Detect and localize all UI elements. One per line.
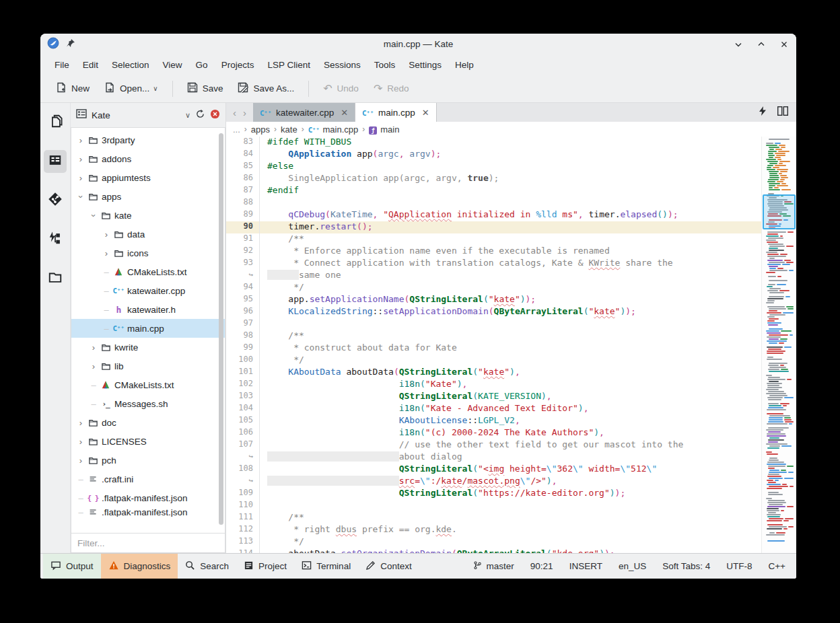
tree-item-katewaiter.h[interactable]: –hkatewaiter.h (71, 300, 225, 319)
status-terminal-button[interactable]: Terminal (294, 554, 358, 579)
breadcrumb-item-main[interactable]: ƒmain (369, 124, 399, 135)
code-line-91[interactable]: 91 /** (226, 233, 761, 246)
status-en-us[interactable]: en_US (610, 561, 654, 571)
chevron-down-icon[interactable]: ∨ (185, 111, 190, 120)
tree-item-cmakelists.txt[interactable]: –CMakeLists.txt (71, 262, 225, 281)
menu-go[interactable]: Go (190, 57, 214, 73)
expander-collapsed-icon[interactable]: › (75, 418, 86, 428)
expander-collapsed-icon[interactable]: › (101, 248, 112, 258)
status-master[interactable]: master (465, 560, 522, 573)
menu-sessions[interactable]: Sessions (318, 57, 367, 73)
project-selector[interactable]: Kate (92, 110, 110, 120)
tree-item-apps[interactable]: ›apps (71, 187, 225, 206)
code-line-113[interactable]: 113 */ (226, 536, 761, 548)
code-line-106[interactable]: 106 i18n("(c) 2000-2024 The Kate Authors… (226, 427, 761, 439)
code-line-95[interactable]: 95 app.setApplicationName(QStringLiteral… (226, 294, 761, 306)
breadcrumb-item-kate[interactable]: kate (281, 124, 298, 135)
menu-lsp-client[interactable]: LSP Client (261, 57, 316, 73)
expander-collapsed-icon[interactable]: › (75, 154, 86, 164)
status-utf-8[interactable]: UTF-8 (718, 561, 760, 571)
code-line-93[interactable]: 93 * Connect application with translatio… (226, 258, 761, 270)
tab-back-icon[interactable]: ‹ (233, 107, 236, 118)
expander-collapsed-icon[interactable]: › (88, 361, 99, 371)
breadcrumb-item-apps[interactable]: apps (251, 124, 270, 135)
menu-selection[interactable]: Selection (106, 57, 155, 73)
sidebar-tool-git[interactable] (44, 189, 67, 212)
code-line-105[interactable]: 105 KAboutLicense::LGPL_V2, (226, 415, 761, 427)
tree-item-.craft.ini[interactable]: –.craft.ini (71, 470, 225, 488)
sidebar-tool-documents[interactable] (44, 111, 67, 134)
redo-button[interactable]: ↷Redo (368, 79, 415, 98)
minimap-scrollbar[interactable] (761, 137, 796, 553)
code-line-102[interactable]: 102 i18n("Kate"), (226, 379, 761, 391)
status-90-21[interactable]: 90:21 (522, 561, 561, 571)
expander-collapsed-icon[interactable]: › (75, 135, 86, 145)
code-line-90[interactable]: 90 timer.restart(); (226, 221, 761, 233)
tree-item-main.cpp[interactable]: –C⁺⁺main.cpp (71, 319, 225, 338)
save-button[interactable]: Save (181, 78, 230, 99)
code-line-104[interactable]: 104 i18n("Kate - Advanced Text Editor"), (226, 403, 761, 415)
menu-file[interactable]: File (48, 57, 75, 73)
new-button[interactable]: New (50, 78, 96, 99)
tree-item-pch[interactable]: ›pch (71, 451, 225, 470)
code-line-101[interactable]: 101 KAboutData aboutData(QStringLiteral(… (226, 367, 761, 379)
minimap-viewport[interactable] (763, 194, 796, 229)
code-line-109[interactable]: 109 QStringLiteral("https://kate-editor.… (226, 488, 761, 500)
close-button[interactable] (779, 39, 790, 50)
code-line-87[interactable]: 87#endif (226, 185, 761, 197)
code-line-107[interactable]: 107 // use the other text field to get o… (226, 439, 761, 451)
status-c-[interactable]: C++ (760, 561, 794, 571)
status-insert[interactable]: INSERT (561, 561, 610, 571)
code-line-110[interactable]: 110 (226, 500, 761, 512)
expander-collapsed-icon[interactable]: › (75, 437, 86, 447)
tree-item-doc[interactable]: ›doc (71, 413, 225, 432)
tree-item-.flatpak-manifest.json[interactable]: –{ }.flatpak-manifest.json (71, 488, 225, 507)
code-line-wrap[interactable]: ↪ src=\":/kate/mascot.png\"/>"), (226, 476, 761, 488)
code-line-111[interactable]: 111 /** (226, 512, 761, 524)
sidebar-tool-lsp-symbols[interactable] (44, 228, 67, 251)
expander-collapsed-icon[interactable]: › (101, 229, 112, 240)
tab-close-icon[interactable]: ✕ (422, 108, 429, 118)
save-as-button[interactable]: Save As... (232, 78, 300, 99)
tab-forward-icon[interactable]: › (243, 107, 246, 118)
bolt-icon[interactable] (759, 106, 767, 118)
tree-item-addons[interactable]: ›addons (71, 149, 225, 168)
code-line-wrap[interactable]: ↪ about dialog (226, 451, 761, 464)
tree-item-lib[interactable]: ›lib (71, 357, 225, 375)
status-context-button[interactable]: Context (358, 554, 419, 579)
pin-icon[interactable] (66, 38, 75, 50)
tree-item-icons[interactable]: ›icons (71, 244, 225, 262)
code-line-103[interactable]: 103 QStringLiteral(KATE_VERSION), (226, 391, 761, 403)
menu-view[interactable]: View (157, 57, 188, 73)
code-line-108[interactable]: 108 QStringLiteral("<img height=\"362\" … (226, 464, 761, 476)
status-diagnostics-button[interactable]: Diagnostics (101, 554, 178, 579)
sidebar-tool-project[interactable] (44, 150, 67, 173)
code-line-98[interactable]: 98 /** (226, 330, 761, 342)
status-soft-tabs-4[interactable]: Soft Tabs: 4 (654, 561, 718, 571)
expander-expanded-icon[interactable]: › (76, 191, 86, 202)
chevron-down-icon[interactable]: ∨ (153, 85, 158, 92)
menu-projects[interactable]: Projects (215, 57, 260, 73)
code-line-94[interactable]: 94 */ (226, 282, 761, 294)
tree-item-messages.sh[interactable]: –›_Messages.sh (71, 394, 225, 413)
refresh-icon[interactable] (195, 109, 205, 122)
menu-help[interactable]: Help (449, 57, 480, 73)
tree-scrollbar[interactable] (219, 133, 223, 525)
tree-item-appiumtests[interactable]: ›appiumtests (71, 168, 225, 187)
split-view-icon[interactable] (777, 106, 788, 118)
expander-collapsed-icon[interactable]: › (88, 342, 99, 353)
code-line-112[interactable]: 112 * right dbus prefix == org.kde. (226, 524, 761, 536)
tab-close-icon[interactable]: ✕ (341, 108, 348, 118)
code-line-97[interactable]: 97 (226, 318, 761, 330)
code-line-100[interactable]: 100 */ (226, 355, 761, 367)
status-project-button[interactable]: Project (236, 554, 294, 579)
expander-collapsed-icon[interactable]: › (75, 173, 86, 183)
tab-katewaiter.cpp[interactable]: C⁺⁺katewaiter.cpp✕ (253, 103, 355, 122)
menu-settings[interactable]: Settings (403, 57, 448, 73)
sidebar-tool-filesystem[interactable] (44, 267, 67, 290)
code-line-83[interactable]: 83#ifdef WITH_DBUS (226, 137, 761, 149)
menu-tools[interactable]: Tools (368, 57, 402, 73)
code-line-85[interactable]: 85#else (226, 161, 761, 173)
code-line-86[interactable]: 86 SingleApplication app(argc, argv, tru… (226, 173, 761, 185)
open-button[interactable]: Open...∨ (98, 78, 164, 99)
